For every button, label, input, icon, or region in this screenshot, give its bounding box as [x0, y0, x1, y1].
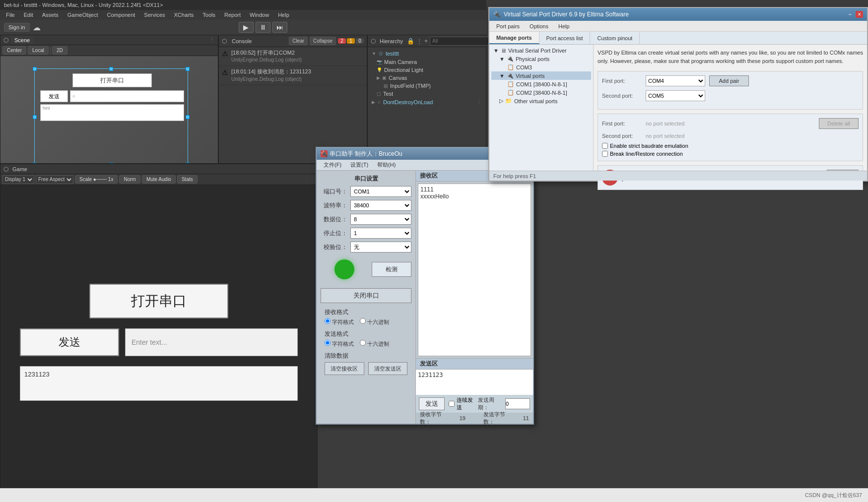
serial-send-textarea[interactable]: 1231123: [416, 370, 533, 395]
serial-parity-select[interactable]: 无奇偶: [350, 242, 411, 252]
menu-help[interactable]: Help: [274, 11, 293, 19]
vspd-strict-checkbox[interactable]: [602, 143, 608, 149]
scene-center-btn[interactable]: Center: [2, 46, 26, 55]
serial-send-hex-radio[interactable]: [360, 340, 366, 346]
menu-tools[interactable]: Tools: [199, 11, 219, 19]
hierarchy-search-input[interactable]: [430, 37, 498, 46]
vspd-close-btn[interactable]: ×: [856, 11, 863, 18]
vspd-tab-manage[interactable]: Manage ports: [489, 32, 539, 44]
vspd-tree-other[interactable]: ▷ 📁 Other virtual ports: [491, 97, 591, 105]
hier-dontdestroy-options[interactable]: ⋮: [476, 99, 482, 105]
serial-menu-file[interactable]: 文件(F): [320, 160, 345, 170]
vspd-tree-virtual[interactable]: ▼ 🔌 Virtual ports: [491, 71, 591, 80]
serial-send-char-label[interactable]: 字符格式: [325, 340, 354, 348]
serial-send-char-radio[interactable]: [325, 340, 331, 346]
step-button[interactable]: ⏭: [272, 22, 287, 33]
tab-console[interactable]: Console: [229, 38, 255, 44]
serial-clear-send-btn[interactable]: 清空发送区: [368, 362, 408, 375]
serial-recv-char-label[interactable]: 字符格式: [325, 318, 354, 326]
hierarchy-lock-icon[interactable]: 🔒: [407, 38, 414, 45]
vspd-tab-access[interactable]: Port access list: [539, 32, 591, 44]
vspd-menu-options[interactable]: Options: [526, 22, 552, 30]
hier-item-dontdestroy[interactable]: ▶ ☆ DontDestroyOnLoad ⋮: [370, 98, 484, 106]
hier-item-dirlight[interactable]: 💡 Directional Light: [370, 66, 484, 74]
vspd-tree-root[interactable]: ▼ 🖥 Virtual Serial Port Driver: [491, 47, 591, 55]
sign-in-button[interactable]: Sign in: [4, 23, 30, 32]
vspd-break-label[interactable]: Break line/Restore connection: [602, 151, 859, 157]
menu-services[interactable]: Services: [140, 11, 169, 19]
menu-report[interactable]: Report: [220, 11, 245, 19]
menu-file[interactable]: File: [2, 11, 19, 19]
vspd-delete-all-btn[interactable]: Delete all: [819, 118, 859, 129]
vspd-strict-label[interactable]: Enable strict baudrate emulation: [602, 143, 859, 149]
serial-menu-settings[interactable]: 设置(T): [346, 160, 372, 170]
serial-continuous-checkbox[interactable]: [449, 401, 455, 407]
hier-item-canvas[interactable]: ▶ ▣ Canvas: [370, 74, 484, 82]
tab-game[interactable]: Game: [10, 166, 29, 172]
menu-gameobject[interactable]: GameObject: [64, 11, 102, 19]
hier-scene-root[interactable]: ▼ ☆ testttt: [370, 49, 484, 58]
game-scale-btn[interactable]: Scale ●─── 1x: [75, 175, 118, 184]
handle-bm: [109, 163, 113, 163]
game-norm-btn[interactable]: Norm: [119, 175, 140, 184]
serial-menu-help[interactable]: 帮助(H): [373, 160, 400, 170]
vspd-icon: 🔌: [493, 11, 501, 18]
serial-port-select[interactable]: COM1COM2COM3: [350, 186, 411, 197]
console-entry-1[interactable]: ⚠ [18:01:14] 接收到消息：1231123 UnityEngine.D…: [219, 66, 367, 85]
vspd-tree-com3[interactable]: 📋 COM3: [491, 63, 591, 71]
serial-close-btn[interactable]: 关闭串口: [321, 288, 411, 303]
serial-detect-btn[interactable]: 检测: [372, 262, 411, 277]
serial-recv-hex-label[interactable]: 十六进制: [360, 318, 389, 326]
play-button[interactable]: ▶: [239, 22, 254, 33]
serial-period-input[interactable]: [505, 398, 530, 409]
game-open-serial-btn[interactable]: 打开串口: [89, 284, 228, 318]
hier-item-inputfield[interactable]: ▤ InputField (TMP): [370, 82, 484, 90]
vspd-break-checkbox[interactable]: [602, 151, 608, 157]
game-stats-btn[interactable]: Stats: [177, 175, 198, 184]
serial-send-hex-label[interactable]: 十六进制: [360, 340, 389, 348]
vspd-tab-pinout[interactable]: Custom pinout: [590, 32, 640, 44]
console-entry-0[interactable]: ⚠ [18:00:52] 打开串口COM2 UnityEngine.Debug:…: [219, 47, 367, 66]
vspd-tree-com1[interactable]: 📋 COM1 [38400-N-8-1]: [491, 80, 591, 88]
serial-baud-select[interactable]: 384009600115200: [350, 200, 411, 211]
game-mute-btn[interactable]: Mute Audio: [142, 175, 176, 184]
vspd-tree-com2[interactable]: 📋 COM2 [38400-N-8-1]: [491, 88, 591, 97]
vspd-menu-portpairs[interactable]: Port pairs: [492, 22, 524, 30]
serial-clear-recv-btn[interactable]: 清空接收区: [325, 362, 364, 375]
serial-data-select[interactable]: 87: [350, 214, 411, 225]
serial-recv-textarea[interactable]: 1111 xxxxxHello: [418, 184, 531, 356]
menu-xcharts[interactable]: XCharts: [170, 11, 198, 19]
menu-window[interactable]: Window: [246, 11, 273, 19]
vspd-first-port-select[interactable]: COM4COM5COM1: [646, 75, 705, 86]
vspd-add-pair-btn[interactable]: Add pair: [709, 75, 749, 86]
menu-edit[interactable]: Edit: [20, 11, 37, 19]
console-collapse-btn[interactable]: Collapse: [310, 37, 336, 45]
hierarchy-options-icon[interactable]: ⋮: [416, 38, 422, 45]
vspd-minimize-btn[interactable]: −: [846, 11, 854, 18]
game-display-select[interactable]: Display 1: [2, 175, 34, 184]
hier-item-maincamera[interactable]: 📷 Main Camera: [370, 58, 484, 66]
scene-options-icon[interactable]: ⋮: [209, 37, 215, 43]
game-send-btn[interactable]: 发送: [20, 328, 119, 356]
pause-button[interactable]: ⏸: [256, 22, 270, 33]
game-aspect-select[interactable]: Free Aspect: [36, 175, 73, 184]
game-input-field[interactable]: Enter text...: [125, 328, 298, 356]
menu-component[interactable]: Component: [103, 11, 139, 19]
serial-recv-char-radio[interactable]: [325, 318, 331, 324]
vspd-tree-physical[interactable]: ▼ 🔌 Physical ports: [491, 55, 591, 63]
tab-scene[interactable]: Scene: [10, 36, 34, 44]
vspd-second-port-select[interactable]: COM5COM4COM1: [646, 90, 705, 101]
serial-continuous-label[interactable]: 连续发送: [449, 396, 474, 411]
hier-item-test[interactable]: ▢ Test: [370, 90, 484, 98]
serial-recv-hex-radio[interactable]: [360, 318, 366, 324]
serial-send-main-btn[interactable]: 发送: [419, 397, 445, 410]
vspd-menu-help[interactable]: Help: [554, 22, 574, 30]
serial-stop-select[interactable]: 12: [350, 228, 411, 239]
console-clear-btn[interactable]: Clear: [289, 37, 308, 45]
hierarchy-add-btn[interactable]: +: [424, 38, 428, 45]
scene-viewport[interactable]: 打开串口 发送 ○ hint: [0, 56, 218, 163]
scene-2d-btn[interactable]: 2D: [52, 46, 67, 55]
scene-local-btn[interactable]: Local: [28, 46, 49, 55]
menu-assets[interactable]: Assets: [38, 11, 63, 19]
tab-hierarchy[interactable]: Hierarchy: [378, 38, 405, 44]
